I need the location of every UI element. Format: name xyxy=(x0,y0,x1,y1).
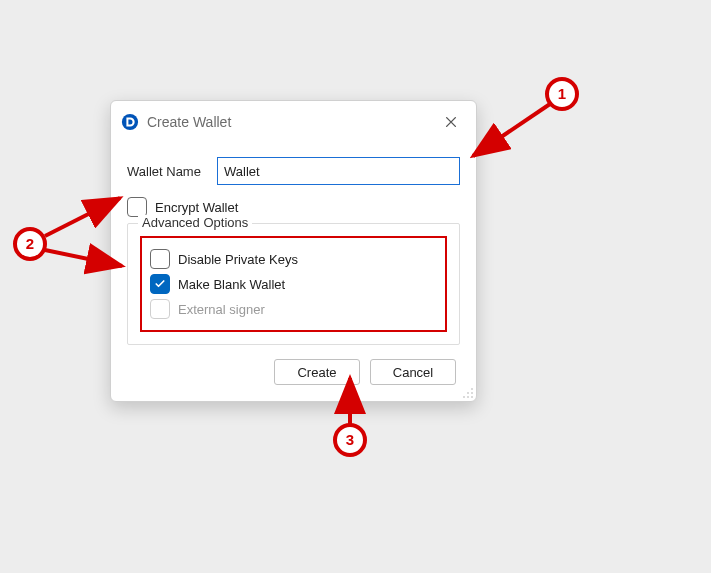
svg-point-3 xyxy=(467,392,469,394)
svg-point-6 xyxy=(463,396,465,398)
svg-point-0 xyxy=(122,114,138,130)
encrypt-wallet-checkbox[interactable] xyxy=(127,197,147,217)
svg-point-5 xyxy=(467,396,469,398)
annotation-arrow-1 xyxy=(473,104,550,156)
make-blank-wallet-checkbox[interactable] xyxy=(150,274,170,294)
svg-point-1 xyxy=(471,388,473,390)
advanced-options-fieldset: Advanced Options Disable Private Keys Ma… xyxy=(127,223,460,345)
close-button[interactable] xyxy=(438,109,464,135)
encrypt-wallet-label: Encrypt Wallet xyxy=(155,200,238,215)
wallet-name-label: Wallet Name xyxy=(127,164,217,179)
annotation-arrow-2a xyxy=(45,198,120,236)
annotation-highlight-box: Disable Private Keys Make Blank Wallet E… xyxy=(140,236,447,332)
app-logo-icon xyxy=(121,113,139,131)
cancel-button[interactable]: Cancel xyxy=(370,359,456,385)
make-blank-wallet-label: Make Blank Wallet xyxy=(178,277,285,292)
external-signer-row: External signer xyxy=(150,299,437,319)
annotation-callout-1: 1 xyxy=(558,85,566,102)
svg-point-2 xyxy=(471,392,473,394)
create-wallet-dialog: Create Wallet Wallet Name Encrypt Wallet… xyxy=(110,100,477,402)
svg-point-9 xyxy=(335,425,365,455)
svg-point-8 xyxy=(15,229,45,259)
annotation-callout-2: 2 xyxy=(26,235,34,252)
encrypt-wallet-row: Encrypt Wallet xyxy=(127,197,460,217)
dialog-title: Create Wallet xyxy=(147,114,438,130)
disable-private-keys-label: Disable Private Keys xyxy=(178,252,298,267)
close-icon xyxy=(444,115,458,129)
make-blank-wallet-row: Make Blank Wallet xyxy=(150,274,437,294)
button-row: Create Cancel xyxy=(127,345,460,389)
svg-point-4 xyxy=(471,396,473,398)
wallet-name-row: Wallet Name xyxy=(127,157,460,185)
create-button[interactable]: Create xyxy=(274,359,360,385)
external-signer-label: External signer xyxy=(178,302,265,317)
svg-point-7 xyxy=(547,79,577,109)
annotation-callout-3: 3 xyxy=(346,431,354,448)
wallet-name-input[interactable] xyxy=(217,157,460,185)
resize-grip-icon[interactable] xyxy=(462,387,474,399)
advanced-options-legend: Advanced Options xyxy=(138,215,252,230)
dialog-body: Wallet Name Encrypt Wallet Advanced Opti… xyxy=(111,143,476,401)
disable-private-keys-row: Disable Private Keys xyxy=(150,249,437,269)
external-signer-checkbox xyxy=(150,299,170,319)
titlebar: Create Wallet xyxy=(111,101,476,143)
disable-private-keys-checkbox[interactable] xyxy=(150,249,170,269)
